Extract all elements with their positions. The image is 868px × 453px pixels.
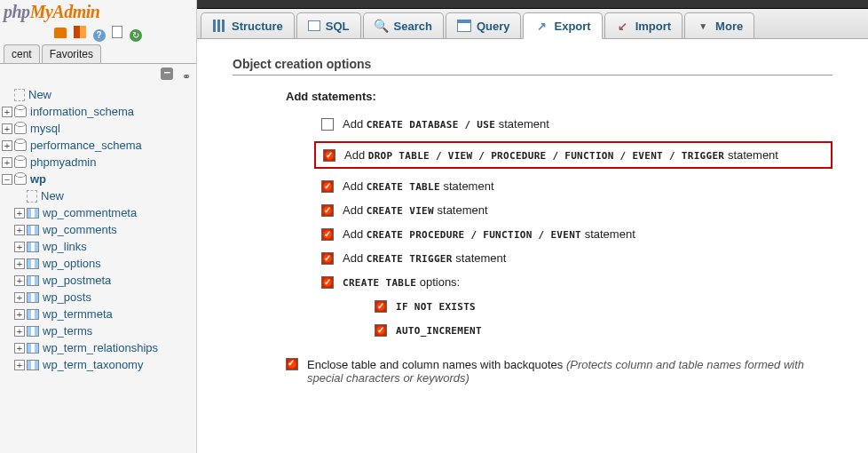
- table-link[interactable]: wp_terms: [43, 324, 92, 338]
- tree-active-db[interactable]: − wp: [2, 171, 196, 187]
- tree-table-item[interactable]: +wp_terms: [14, 322, 196, 339]
- tree-table-item[interactable]: +wp_term_relationships: [14, 339, 196, 356]
- tree-new-db[interactable]: New: [2, 86, 196, 103]
- option-checkbox[interactable]: [323, 149, 335, 162]
- sidebar-tab-favorites[interactable]: Favorites: [42, 44, 101, 63]
- db-link[interactable]: phpmyadmin: [30, 155, 96, 169]
- expand-toggle[interactable]: +: [14, 326, 25, 337]
- tree-table-item[interactable]: +wp_commentmeta: [14, 204, 196, 221]
- tab-label: Structure: [232, 20, 283, 33]
- expand-toggle[interactable]: +: [14, 343, 25, 354]
- expand-toggle[interactable]: +: [14, 275, 25, 286]
- expand-toggle[interactable]: +: [14, 360, 25, 370]
- database-icon: [14, 140, 27, 151]
- sidebar-tabs: cent Favorites: [0, 44, 196, 64]
- table-link[interactable]: wp_term_taxonomy: [43, 358, 143, 371]
- option-checkbox[interactable]: [321, 118, 334, 131]
- tab-search[interactable]: 🔍Search: [363, 12, 444, 38]
- expand-toggle[interactable]: +: [14, 208, 25, 219]
- expand-toggle[interactable]: +: [14, 225, 25, 235]
- tree-controls: ⚭: [0, 64, 196, 86]
- option-checkbox[interactable]: [321, 228, 334, 241]
- expand-toggle[interactable]: +: [2, 140, 12, 151]
- option-checkbox[interactable]: [321, 276, 334, 289]
- expand-toggle[interactable]: +: [2, 107, 12, 117]
- option-label: Add CREATE PROCEDURE / FUNCTION / EVENT …: [343, 227, 635, 241]
- tab-label: Export: [554, 20, 590, 33]
- sidebar-tab-recent[interactable]: cent: [4, 44, 40, 63]
- export-sub-option: AUTO_INCREMENT: [375, 323, 832, 337]
- logo[interactable]: phpMyAdmin: [0, 3, 196, 20]
- tree-new-table[interactable]: New: [14, 187, 196, 204]
- option-label: Add CREATE VIEW statement: [343, 203, 488, 217]
- tree-db-item[interactable]: +information_schema: [2, 103, 196, 120]
- tree-table-item[interactable]: +wp_termmeta: [14, 306, 196, 322]
- option-checkbox[interactable]: [321, 252, 334, 265]
- expand-toggle[interactable]: +: [2, 123, 12, 134]
- tree-table-item[interactable]: +wp_comments: [14, 221, 196, 238]
- table-link[interactable]: wp_postmeta: [43, 274, 111, 287]
- option-label: Add CREATE TABLE statement: [343, 179, 494, 193]
- tree-table-item[interactable]: +wp_posts: [14, 289, 196, 306]
- tree-table-item[interactable]: +wp_options: [14, 255, 196, 272]
- tree-table-item[interactable]: +wp_links: [14, 238, 196, 255]
- table-icon: [27, 275, 39, 286]
- tab-sql[interactable]: SQL: [296, 12, 361, 38]
- tab-label: Search: [394, 20, 432, 33]
- enclose-checkbox[interactable]: [286, 358, 298, 370]
- new-table-link[interactable]: New: [41, 189, 64, 203]
- tree-db-item[interactable]: +performance_schema: [2, 137, 196, 154]
- logout-icon[interactable]: [74, 26, 86, 38]
- table-link[interactable]: wp_comments: [43, 223, 117, 236]
- table-link[interactable]: wp_links: [43, 240, 87, 253]
- docs-icon[interactable]: [112, 26, 122, 38]
- db-link[interactable]: mysql: [30, 122, 60, 135]
- table-link[interactable]: wp_posts: [43, 290, 91, 304]
- option-checkbox[interactable]: [375, 324, 387, 337]
- db-link[interactable]: performance_schema: [30, 139, 142, 152]
- tab-export[interactable]: Export: [523, 12, 602, 39]
- new-icon: [14, 89, 25, 101]
- tab-structure[interactable]: Structure: [201, 12, 295, 38]
- tree-db-item[interactable]: +mysql: [2, 120, 196, 137]
- tree-table-item[interactable]: +wp_term_taxonomy: [14, 356, 196, 373]
- option-checkbox[interactable]: [321, 204, 334, 217]
- structure-icon: [212, 19, 226, 33]
- tab-more[interactable]: More: [684, 12, 754, 38]
- new-db-link[interactable]: New: [28, 88, 51, 101]
- export-icon: [534, 19, 548, 33]
- table-link[interactable]: wp_commentmeta: [43, 206, 137, 219]
- table-icon: [27, 309, 39, 320]
- export-option: Add CREATE TABLE statement: [321, 179, 832, 193]
- table-icon: [27, 360, 39, 370]
- more-icon: [696, 19, 710, 33]
- tree-db-item[interactable]: +phpmyadmin: [2, 154, 196, 171]
- tree-table-item[interactable]: +wp_postmeta: [14, 272, 196, 289]
- table-link[interactable]: wp_term_relationships: [43, 341, 158, 354]
- refresh-icon[interactable]: ↻: [130, 29, 142, 42]
- window-titlebar: [197, 0, 868, 9]
- expand-toggle[interactable]: +: [2, 157, 12, 168]
- tab-import[interactable]: Import: [604, 12, 683, 38]
- export-option: Add DROP TABLE / VIEW / PROCEDURE / FUNC…: [314, 141, 832, 169]
- expand-toggle[interactable]: +: [14, 242, 25, 252]
- option-checkbox[interactable]: [321, 180, 334, 193]
- option-checkbox[interactable]: [375, 300, 387, 313]
- table-link[interactable]: wp_options: [43, 257, 101, 270]
- link-icon[interactable]: ⚭: [178, 70, 191, 83]
- main-panel: StructureSQL🔍SearchQueryExportImportMore…: [197, 0, 868, 453]
- expand-toggle[interactable]: +: [14, 292, 25, 303]
- table-link[interactable]: wp_termmeta: [43, 307, 113, 321]
- help-icon[interactable]: ?: [93, 29, 106, 42]
- collapse-icon[interactable]: [161, 68, 173, 80]
- sql-icon: [308, 20, 320, 31]
- active-db-link[interactable]: wp: [30, 172, 46, 186]
- home-icon[interactable]: [54, 28, 67, 38]
- db-link[interactable]: information_schema: [30, 105, 134, 118]
- collapse-toggle[interactable]: −: [2, 174, 12, 185]
- query-icon: [457, 19, 471, 33]
- expand-toggle[interactable]: +: [14, 309, 25, 320]
- tab-query[interactable]: Query: [446, 12, 522, 38]
- table-icon: [27, 326, 39, 337]
- expand-toggle[interactable]: +: [14, 258, 25, 269]
